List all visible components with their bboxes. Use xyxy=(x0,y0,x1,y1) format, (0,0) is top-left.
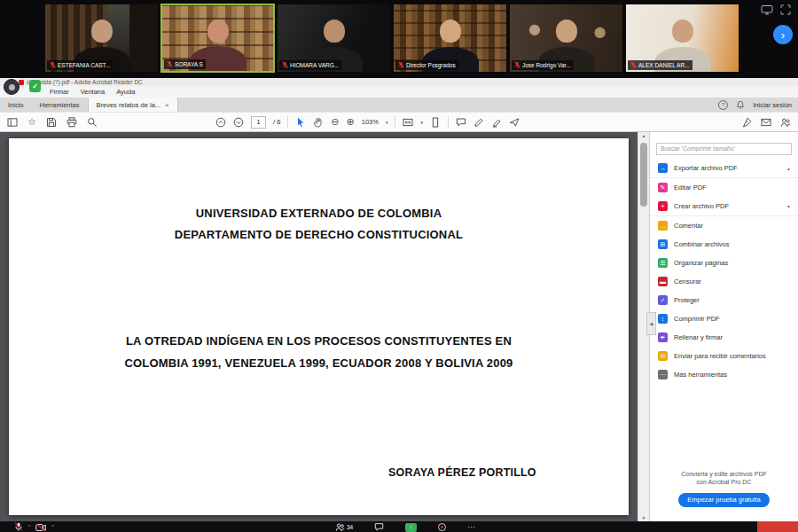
security-shield-check-icon[interactable]: ✓ xyxy=(29,80,41,92)
mic-muted-icon xyxy=(282,61,288,69)
mic-muted-icon xyxy=(50,61,56,69)
leave-meeting-button[interactable] xyxy=(757,521,798,532)
previous-page-icon[interactable] xyxy=(215,117,226,128)
scroll-down-icon[interactable]: ▼ xyxy=(638,515,649,520)
tool-item-protect[interactable]: ✓ Proteger xyxy=(650,291,798,309)
page-thumbnails-icon[interactable] xyxy=(7,117,18,128)
tray-recorder-icon[interactable] xyxy=(4,79,20,95)
favorites-star-icon[interactable]: ☆ xyxy=(27,117,36,127)
save-icon[interactable] xyxy=(46,117,57,128)
protect-icon: ✓ xyxy=(658,295,668,305)
participant-name: Jose Rodrigo Var... xyxy=(522,62,571,68)
participant-tile[interactable]: HIOMARA VARG... xyxy=(277,4,391,73)
chat-button[interactable] xyxy=(374,522,384,532)
pencil-annotate-icon[interactable] xyxy=(473,117,484,128)
view-caret-icon[interactable]: ▾ xyxy=(420,120,423,125)
combine-files-icon: ⊞ xyxy=(658,239,668,249)
menu-ventana[interactable]: Ventana xyxy=(81,88,106,96)
comment-bubble-icon[interactable] xyxy=(456,117,466,128)
mic-muted-icon xyxy=(398,61,404,69)
doc-title-line2: DEPARTAMENTO DE DERECHO CONSTITUCIONAL xyxy=(9,228,629,241)
page-number-input[interactable] xyxy=(251,116,266,129)
more-options-button[interactable]: ⋯ xyxy=(467,524,474,531)
tool-item-redact[interactable]: ▬ Censurar xyxy=(650,272,798,291)
fit-width-icon[interactable] xyxy=(403,117,413,128)
next-page-icon[interactable] xyxy=(233,117,244,128)
share-screen-view-icon[interactable] xyxy=(761,4,773,15)
help-icon[interactable]: ? xyxy=(718,100,728,110)
zoom-caret-icon[interactable]: ▾ xyxy=(386,120,388,125)
zoom-out-icon[interactable]: ⊖ xyxy=(331,117,339,127)
tools-panel: → Exportar archivo PDF ▴ ✎ Editar PDF + … xyxy=(649,132,798,521)
tool-item-edit-pdf[interactable]: ✎ Editar PDF xyxy=(650,178,798,197)
select-tool-icon[interactable] xyxy=(295,117,306,128)
doc-title-line1: UNIVERSIDAD EXTERNADO DE COLOMBIA xyxy=(9,207,629,220)
chevron-up-icon[interactable]: ▴ xyxy=(787,165,790,171)
participant-tile-active-speaker[interactable]: SORAYA S xyxy=(160,4,275,73)
share-screen-button[interactable]: ↑ xyxy=(405,523,417,532)
edit-pdf-icon: ✎ xyxy=(658,183,668,192)
participant-tile[interactable]: Jose Rodrigo Var... xyxy=(509,4,623,73)
chevron-down-icon[interactable]: ▾ xyxy=(787,203,790,209)
tab-herramientas[interactable]: Herramientas xyxy=(32,98,88,112)
zoom-in-icon[interactable]: ⊕ xyxy=(347,117,355,127)
camera-options-caret-icon[interactable]: ^ xyxy=(51,525,53,529)
single-page-view-icon[interactable] xyxy=(430,117,441,128)
mute-microphone-button[interactable] xyxy=(14,522,23,532)
tool-item-organize-pages[interactable]: ☰ Organizar páginas xyxy=(650,254,798,272)
doc-subject-line2: COLOMBIA 1991, VENEZUELA 1999, ECUADOR 2… xyxy=(9,356,629,370)
tab-document[interactable]: Breves relatos de la... × xyxy=(88,98,178,112)
hand-tool-icon[interactable] xyxy=(313,117,324,128)
participant-tile[interactable]: Director Posgrados xyxy=(393,4,507,73)
tool-item-compress-pdf[interactable]: ↕ Comprimir PDF xyxy=(650,309,798,328)
document-viewport[interactable]: UNIVERSIDAD EXTERNADO DE COLOMBIA DEPART… xyxy=(0,132,649,521)
tool-item-more-tools[interactable]: ⋯ Más herramientas xyxy=(650,365,798,384)
highlighter-icon[interactable] xyxy=(491,117,502,128)
pdf-page: UNIVERSIDAD EXTERNADO DE COLOMBIA DEPART… xyxy=(9,138,629,515)
tools-list: → Exportar archivo PDF ▴ ✎ Editar PDF + … xyxy=(650,159,798,384)
tool-item-export-pdf[interactable]: → Exportar archivo PDF ▴ xyxy=(650,159,798,178)
fill-sign-icon: ✒ xyxy=(658,332,668,342)
share-with-people-icon[interactable] xyxy=(780,117,791,128)
participant-name: ALEX DANIEL AR... xyxy=(638,62,690,68)
acrobat-pro-promo: Convierta y edite archivos PDF con Acrob… xyxy=(659,470,789,507)
tool-item-comment[interactable]: … Comentar xyxy=(650,216,798,235)
menu-firmar[interactable]: Firmar xyxy=(50,88,69,96)
share-by-email-icon[interactable] xyxy=(761,117,771,128)
participant-tile[interactable]: ESTEFANIA CAST... xyxy=(44,4,159,73)
overlay-tray: ✓ xyxy=(4,79,41,95)
mic-options-caret-icon[interactable]: ^ xyxy=(28,525,30,529)
tab-bar: Inicio Herramientas Breves relatos de la… xyxy=(0,98,798,112)
participant-tile[interactable]: ALEX DANIEL AR... xyxy=(625,4,739,73)
camera-button[interactable] xyxy=(35,523,46,532)
mic-muted-icon xyxy=(630,61,637,69)
notifications-bell-icon[interactable] xyxy=(736,100,745,109)
sign-in-button[interactable]: Iniciar sesión xyxy=(753,101,792,109)
scroll-up-icon[interactable]: ▲ xyxy=(638,133,649,138)
participants-button[interactable]: 34 xyxy=(335,522,353,532)
participant-gallery: ESTEFANIA CAST... SORAYA S HIOMARA VARG.… xyxy=(44,4,739,73)
page-count-label: / 6 xyxy=(273,118,280,126)
next-participants-button[interactable]: › xyxy=(773,25,793,44)
tool-item-fill-sign[interactable]: ✒ Rellenar y firmar xyxy=(650,328,798,347)
scrollbar-thumb[interactable] xyxy=(640,143,647,207)
find-icon[interactable] xyxy=(87,117,98,128)
tab-inicio[interactable]: Inicio xyxy=(0,98,32,112)
tool-item-create-pdf[interactable]: + Crear archivo PDF ▾ xyxy=(650,197,798,216)
tools-search-input[interactable] xyxy=(656,143,792,155)
tools-panel-collapse-handle[interactable]: ◀ xyxy=(646,312,656,335)
menu-ayuda[interactable]: Ayuda xyxy=(116,88,135,96)
fill-sign-pen-icon[interactable] xyxy=(741,117,752,128)
promo-text-line2: con Acrobat Pro DC xyxy=(659,478,789,486)
record-button[interactable] xyxy=(438,523,446,531)
tool-item-send-for-comments[interactable]: ✉ Enviar para recibir comentarios xyxy=(650,347,798,365)
start-free-trial-button[interactable]: Empezar prueba gratuita xyxy=(678,493,770,507)
zoom-level-dropdown[interactable]: 103% xyxy=(362,118,379,126)
participant-nameplate: Jose Rodrigo Var... xyxy=(512,60,574,70)
tool-item-combine-files[interactable]: ⊞ Combinar archivos xyxy=(650,235,798,254)
tab-close-icon[interactable]: × xyxy=(165,101,169,109)
print-icon[interactable] xyxy=(66,117,77,128)
send-document-icon[interactable] xyxy=(509,117,520,128)
fullscreen-icon[interactable] xyxy=(780,4,791,15)
promo-text-line1: Convierta y edite archivos PDF xyxy=(659,470,789,478)
